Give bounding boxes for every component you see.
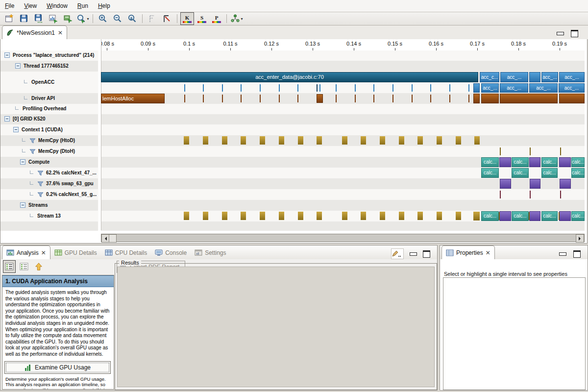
interval-bar[interactable]: acc_...	[559, 83, 585, 93]
marker-button[interactable]	[146, 12, 159, 25]
interval-bar[interactable]: calc...	[512, 211, 529, 221]
stream-coloring-button[interactable]: S	[195, 12, 209, 25]
filter-icon[interactable]	[37, 171, 44, 176]
interval-bar[interactable]: acc_...	[541, 72, 558, 82]
minimize-icon[interactable]	[559, 252, 566, 256]
interval-bar[interactable]: calc...	[571, 157, 585, 167]
interval-bar[interactable]	[499, 211, 511, 221]
filter-icon[interactable]	[37, 192, 44, 197]
tab-properties[interactable]: Properties ✕	[441, 245, 495, 259]
guided-analysis-view-button[interactable]	[3, 260, 16, 273]
tree-row-k62[interactable]: 62.2% calcNext_47_...	[0, 168, 98, 178]
maximize-icon[interactable]	[573, 250, 581, 258]
tab-gpu-details[interactable]: GPU Details	[50, 246, 101, 259]
tree-row-grid[interactable]: [0] GRID K520	[0, 114, 98, 124]
interval-bar[interactable]: acc_...	[500, 72, 528, 82]
interval-bar[interactable]	[559, 157, 571, 167]
menu-file[interactable]: File	[0, 0, 19, 11]
interval-bar[interactable]: acc_c...	[480, 72, 499, 82]
interval-bar[interactable]: calc...	[512, 157, 529, 167]
dropdown-caret-icon[interactable]: ▾	[241, 17, 243, 21]
interval-bar[interactable]: acc_...	[500, 83, 528, 93]
promote-analysis-button[interactable]	[32, 260, 45, 273]
tree-row-stream13[interactable]: Stream 13	[0, 211, 98, 221]
tree-row-process[interactable]: Process "laplace_structured" (214)	[0, 50, 98, 61]
unguided-analysis-view-button[interactable]	[18, 260, 30, 273]
interval-bar[interactable]	[500, 94, 558, 103]
interval-bar[interactable]	[559, 94, 585, 103]
maximize-icon[interactable]	[571, 30, 578, 37]
horizontal-scrollbar[interactable]	[101, 234, 585, 242]
tree-row-k37[interactable]: 37.6% swap_63_gpu	[0, 178, 98, 189]
interval-bar[interactable]	[473, 83, 480, 93]
collapse-toggle-icon[interactable]	[13, 127, 19, 132]
tree-row-openacc[interactable]: OpenACC	[0, 72, 98, 93]
zoom-in-button[interactable]	[96, 12, 110, 25]
interval-bar[interactable]: acc_enter_data@jacobi.c:70	[101, 72, 478, 82]
filter-icon[interactable]	[29, 149, 36, 154]
collapse-toggle-icon[interactable]	[4, 116, 10, 122]
zoom-out-button[interactable]	[111, 12, 124, 25]
tree-row-dtoh[interactable]: MemCpy (DtoH)	[0, 146, 98, 157]
menu-run[interactable]: Run	[73, 0, 93, 11]
interval-bar[interactable]: calc...	[481, 168, 499, 178]
tree-row-k02[interactable]: 0.2% calcNext_55_g...	[0, 189, 98, 200]
maximize-icon[interactable]	[423, 250, 430, 258]
interval-bar[interactable]	[529, 157, 540, 167]
interval-bar[interactable]	[500, 179, 511, 189]
collapse-toggle-icon[interactable]	[20, 159, 25, 165]
session-tab[interactable]: *NewSession1 ✕	[2, 25, 67, 39]
interval-bar[interactable]: calc...	[481, 211, 499, 221]
tab-analysis[interactable]: Analysis✕	[2, 245, 50, 259]
interval-bar[interactable]: calc...	[571, 211, 585, 221]
run-application-button[interactable]	[61, 12, 75, 25]
interval-bar[interactable]: acc_...	[559, 72, 585, 82]
tab-cpu-details[interactable]: CPU Details	[101, 246, 151, 259]
interval-bar[interactable]: calc...	[541, 168, 558, 178]
process-coloring-button[interactable]: P	[210, 12, 223, 25]
tab-settings[interactable]: Settings	[191, 246, 230, 259]
tree-row-context[interactable]: Context 1 (CUDA)	[0, 124, 98, 135]
minimize-icon[interactable]	[557, 32, 564, 35]
interval-bar[interactable]	[499, 157, 511, 167]
interval-bar[interactable]: acc_...	[481, 83, 499, 93]
filter-icon[interactable]	[29, 138, 36, 144]
interval-bar[interactable]: calc...	[571, 168, 585, 178]
interval-bar[interactable]: calc...	[512, 168, 529, 178]
tree-row-driver[interactable]: Driver API	[0, 93, 98, 104]
interval-bar[interactable]: calc...	[541, 157, 558, 167]
new-session-button[interactable]	[2, 12, 16, 25]
interval-bar[interactable]	[317, 94, 323, 103]
scroll-right-arrow[interactable]	[576, 234, 584, 243]
collapse-toggle-icon[interactable]	[4, 52, 10, 58]
interval-bar[interactable]	[559, 211, 571, 221]
tree-row-streams[interactable]: Streams	[0, 200, 98, 211]
dropdown-caret-icon[interactable]: ▾	[87, 17, 89, 21]
interval-bar[interactable]	[530, 179, 540, 189]
interval-bar[interactable]	[560, 179, 571, 189]
tab-console[interactable]: Console	[151, 246, 191, 259]
pin-editor-icon[interactable]	[391, 248, 404, 259]
tree-row-compute[interactable]: Compute	[0, 157, 98, 168]
zoom-reset-button[interactable]	[125, 12, 139, 25]
run-timeline-button[interactable]	[47, 12, 60, 25]
menu-window[interactable]: Window	[42, 0, 73, 11]
close-icon[interactable]: ✕	[41, 249, 46, 256]
menu-help[interactable]: Help	[93, 0, 115, 11]
interval-bar[interactable]: acc_...	[529, 83, 558, 93]
zoom-mode-button[interactable]: ▾	[76, 12, 90, 25]
tree-row-htod[interactable]: MemCpy (HtoD)	[0, 135, 98, 146]
interval-bar[interactable]: calc...	[481, 157, 499, 167]
timeline-ruler[interactable]: 0.08 s0.09 s0.1 s0.11 s0.12 s0.13 s0.14 …	[101, 39, 585, 51]
interval-bar[interactable]: calc...	[541, 211, 558, 221]
scrollbar-thumb[interactable]	[109, 234, 117, 243]
close-icon[interactable]: ✕	[486, 249, 490, 256]
interval-bar[interactable]	[529, 72, 540, 82]
tree-row-thread[interactable]: Thread 1777465152	[0, 61, 98, 72]
analysis-tree-button[interactable]: ▾	[230, 12, 244, 25]
save-button[interactable]	[17, 12, 31, 25]
minimize-icon[interactable]	[410, 252, 417, 256]
filter-icon[interactable]	[37, 181, 44, 187]
collapse-toggle-icon[interactable]	[15, 63, 21, 69]
save-as-button[interactable]	[32, 12, 46, 25]
